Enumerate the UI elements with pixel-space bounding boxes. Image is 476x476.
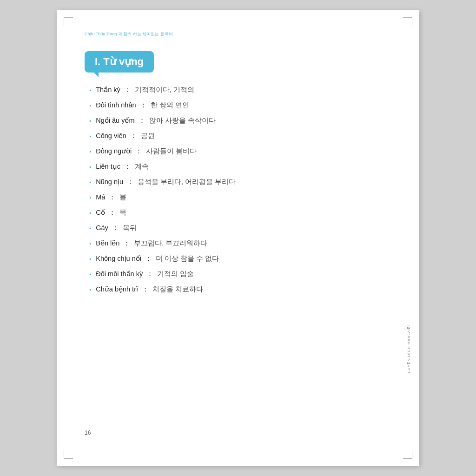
page-footer: 16 [85,430,391,440]
viet-word: Đôi tình nhân [96,101,136,109]
korean-word: 한 쌍의 연인 [151,101,189,110]
viet-word: Chữa bệnh trĩ [96,285,138,293]
page-number: 16 [85,430,391,436]
corner-tr [403,17,412,26]
colon-separator: ： [135,147,142,156]
colon-separator: ： [142,285,149,294]
colon-separator: ： [139,116,145,125]
colon-separator: ： [127,178,134,186]
vocab-item: Không chịu nổi ： 더 이상 참을 수 없다 [89,254,391,263]
colon-separator: ： [124,86,131,94]
viet-word: Không chịu nổi [96,255,141,262]
vocab-item: Nũng nịu ： 응석을 부리다, 어리광을 부리다 [89,178,391,186]
korean-word: 치질을 치료하다 [152,285,203,294]
colon-separator: ： [112,224,119,232]
colon-separator: ： [145,254,152,263]
vocab-item: Đôi tình nhân ： 한 쌍의 연인 [89,101,391,110]
corner-br [403,450,412,459]
viet-word: Bẽn lẽn [96,239,119,247]
viet-word: Đông người [96,147,132,155]
vocab-item: Má ： 볼 [89,193,391,202]
korean-word: 앉아 사랑을 속삭이다 [149,116,216,125]
vocab-item: Công viên ： 공원 [89,132,391,140]
vocab-item: Chữa bệnh trĩ ： 치질을 치료하다 [89,285,391,294]
korean-word: 목 [119,208,126,217]
section-number: I. [95,56,100,68]
footer-line [85,440,178,440]
viet-word: Gáy [96,224,108,231]
viet-word: Thần kỳ [96,86,120,93]
book-page: Châu Thùy Trang 과 함께 하는 재미있는 한국어 I. Từ v… [57,10,419,466]
vocab-item: Liên tục ： 계속 [89,162,391,171]
corner-tl [64,17,73,26]
korean-word: 부끄럽다, 부끄러워하다 [134,239,207,248]
vocab-item: Đôi môi thần kỳ ： 기적의 입술 [89,270,391,278]
vocab-item: Cổ ： 목 [89,208,391,217]
colon-separator: ： [130,132,137,140]
vocab-item: Thần kỳ ： 기적적이다, 기적의 [89,86,391,94]
korean-word: 공원 [141,132,155,140]
viet-word: Đôi môi thần kỳ [96,270,143,278]
section-title: Từ vựng [103,56,144,68]
vocab-list: Thần kỳ ： 기적적이다, 기적의Đôi tình nhân ： 한 쌍의… [85,86,391,294]
korean-word: 응석을 부리다, 어리광을 부리다 [138,178,236,186]
korean-word: 사람들이 붐비다 [146,147,197,156]
korean-word: 계속 [135,162,149,171]
colon-separator: ： [146,270,153,278]
header-text: Châu Thùy Trang 과 함께 하는 재미있는 한국어 [85,31,391,37]
vocab-item: Ngồi âu yếm ： 앉아 사랑을 속삭이다 [89,116,391,125]
korean-word: 더 이상 참을 수 없다 [156,254,219,263]
colon-separator: ： [109,193,116,202]
viet-word: Má [96,193,105,201]
vocab-item: Đông người ： 사람들이 붐비다 [89,147,391,156]
viet-word: Công viên [96,132,126,139]
section-title-box: I. Từ vựng [85,51,154,73]
vocab-item: Gáy ： 목뒤 [89,224,391,232]
sidebar-label: LUYỆN DỊCH HÀN-VIỆT [407,324,411,373]
colon-separator: ： [109,208,116,217]
viet-word: Cổ [96,209,105,216]
viet-word: Liên tục [96,163,120,170]
colon-separator: ： [140,101,147,110]
korean-word: 기적의 입술 [157,270,194,278]
viet-word: Ngồi âu yếm [96,117,134,124]
corner-bl [64,450,73,459]
vocab-item: Bẽn lẽn ： 부끄럽다, 부끄러워하다 [89,239,391,248]
korean-word: 목뒤 [123,224,137,232]
korean-word: 볼 [119,193,126,202]
colon-separator: ： [123,239,130,248]
viet-word: Nũng nịu [96,178,123,185]
colon-separator: ： [124,162,131,171]
korean-word: 기적적이다, 기적의 [135,86,194,94]
